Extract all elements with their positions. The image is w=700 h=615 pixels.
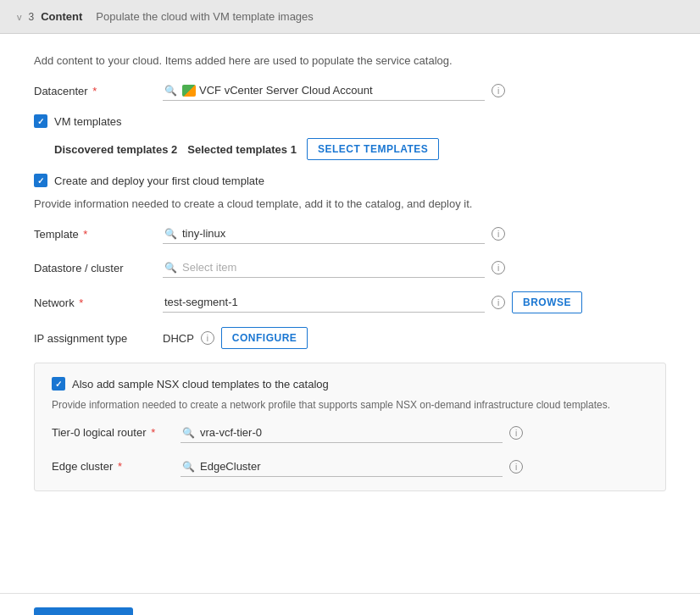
network-info-icon[interactable]: i [492, 296, 505, 309]
discovered-templates-info: Discovered templates 2 [54, 143, 177, 156]
datacenter-field[interactable] [199, 84, 483, 97]
step-description: Populate the cloud with VM template imag… [96, 10, 314, 23]
template-label: Template * [34, 228, 153, 241]
vm-templates-checkbox[interactable] [34, 114, 47, 128]
nsx-description: Provide information needed to create a n… [52, 397, 648, 413]
datastore-field[interactable] [182, 261, 483, 274]
create-deploy-description: Provide information needed to create a c… [34, 197, 666, 210]
datacenter-label: Datacenter * [34, 85, 153, 97]
datacenter-row: Datacenter * 🔍 i [34, 80, 666, 101]
create-deploy-checkbox-row: Create and deploy your first cloud templ… [34, 174, 666, 187]
nsx-checkbox[interactable] [52, 377, 65, 391]
search-icon-datastore: 🔍 [164, 262, 177, 274]
selected-templates-info: Selected templates 1 [187, 143, 297, 156]
browse-button[interactable]: BROWSE [512, 291, 582, 313]
template-field[interactable] [182, 227, 483, 240]
datastore-label: Datastore / cluster [34, 262, 153, 274]
select-templates-button[interactable]: SELECT TEMPLATES [307, 138, 439, 160]
vm-templates-checkbox-row: VM templates [34, 114, 666, 128]
ip-assignment-wrap: DHCP i CONFIGURE [163, 327, 666, 349]
main-content: Add content to your cloud. Items added h… [0, 34, 700, 593]
template-info-icon[interactable]: i [492, 227, 505, 241]
collapse-chevron[interactable]: v [17, 12, 22, 22]
tier0-info-icon[interactable]: i [509, 426, 523, 440]
datastore-input-wrap: 🔍 i [163, 258, 666, 278]
nsx-label: Also add sample NSX cloud templates to t… [72, 378, 329, 391]
network-row: Network * i BROWSE [34, 291, 666, 313]
top-bar: v 3 Content Populate the cloud with VM t… [0, 0, 700, 34]
datacenter-input-wrap: 🔍 i [163, 80, 666, 101]
edge-input[interactable]: 🔍 [181, 457, 503, 477]
datacenter-info-icon[interactable]: i [492, 84, 505, 97]
nsx-section: Also add sample NSX cloud templates to t… [34, 363, 666, 491]
edge-input-wrap: 🔍 i [181, 457, 648, 477]
ip-assignment-value: DHCP [163, 332, 194, 345]
next-step-button[interactable]: NEXT STEP [34, 607, 133, 615]
tier0-row: Tier-0 logical router * 🔍 i [52, 423, 648, 443]
search-icon-tier0: 🔍 [182, 427, 195, 439]
edge-info-icon[interactable]: i [509, 460, 523, 474]
search-icon-edge: 🔍 [182, 461, 195, 473]
template-input-wrap: 🔍 i [163, 224, 666, 244]
ip-assignment-label: IP assignment type [34, 332, 153, 345]
edge-field[interactable] [200, 460, 501, 473]
vcf-icon [182, 85, 196, 97]
create-deploy-checkbox[interactable] [34, 174, 47, 187]
network-field[interactable] [164, 296, 483, 308]
tier0-label: Tier-0 logical router * [52, 423, 170, 439]
datastore-info-icon[interactable]: i [492, 261, 505, 274]
configure-button[interactable]: CONFIGURE [221, 327, 308, 349]
network-input-wrap: i BROWSE [163, 291, 666, 313]
datastore-input[interactable]: 🔍 [163, 258, 485, 278]
datacenter-input[interactable]: 🔍 [163, 80, 485, 101]
tier0-input-wrap: 🔍 i [181, 423, 648, 443]
network-label: Network * [34, 296, 153, 309]
edge-cluster-row: Edge cluster * 🔍 i [52, 457, 648, 477]
nsx-checkbox-row: Also add sample NSX cloud templates to t… [52, 377, 648, 391]
datastore-row: Datastore / cluster 🔍 i [34, 258, 666, 278]
network-input[interactable] [163, 292, 485, 313]
edge-cluster-label: Edge cluster * [52, 457, 170, 473]
template-row: Template * 🔍 i [34, 224, 666, 244]
tier0-input[interactable]: 🔍 [181, 423, 503, 443]
vm-templates-label: VM templates [54, 115, 121, 128]
create-deploy-label: Create and deploy your first cloud templ… [54, 175, 264, 187]
template-input[interactable]: 🔍 [163, 224, 485, 244]
search-icon: 🔍 [164, 85, 177, 97]
search-icon-template: 🔍 [164, 228, 177, 240]
tier0-field[interactable] [200, 426, 501, 439]
section-description: Add content to your cloud. Items added h… [34, 54, 666, 67]
templates-info-row: Discovered templates 2 Selected template… [54, 138, 666, 160]
step-number: 3 [29, 11, 35, 23]
step-title: Content [41, 10, 82, 23]
ip-info-icon[interactable]: i [201, 331, 214, 345]
footer: NEXT STEP [0, 593, 700, 615]
ip-assignment-row: IP assignment type DHCP i CONFIGURE [34, 327, 666, 349]
